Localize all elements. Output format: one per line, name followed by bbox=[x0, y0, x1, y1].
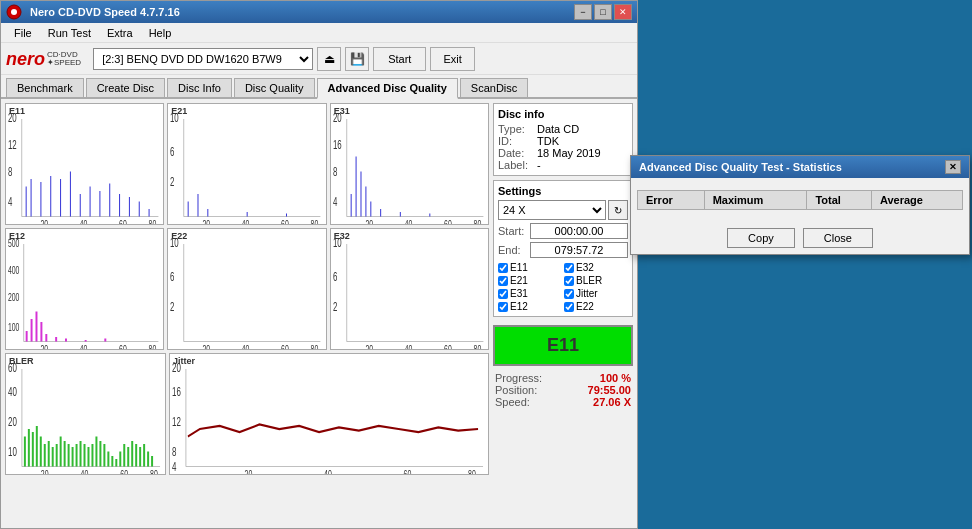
graph-e32: E32 10 6 2 20 40 60 80 bbox=[330, 228, 489, 350]
graph-bler-svg: 60 40 20 10 bbox=[6, 354, 165, 474]
drive-selector[interactable]: [2:3] BENQ DVD DD DW1620 B7W9 bbox=[93, 48, 313, 70]
disc-info-box: Disc info Type: Data CD ID: TDK Date: 18… bbox=[493, 103, 633, 176]
svg-rect-122 bbox=[107, 452, 109, 467]
disc-date-value: 18 May 2019 bbox=[537, 147, 601, 159]
tab-scandisc[interactable]: ScanDisc bbox=[460, 78, 528, 97]
cb-e31-input[interactable] bbox=[498, 289, 508, 299]
svg-text:80: 80 bbox=[473, 219, 481, 224]
svg-rect-9 bbox=[31, 179, 32, 217]
disc-label-label: Label: bbox=[498, 159, 533, 171]
cb-e11-input[interactable] bbox=[498, 263, 508, 273]
speed-selector[interactable]: 24 X bbox=[498, 200, 606, 220]
main-window: Nero CD-DVD Speed 4.7.7.16 − □ ✕ File Ru… bbox=[0, 0, 638, 529]
svg-rect-72 bbox=[104, 339, 106, 342]
svg-rect-53 bbox=[429, 214, 430, 217]
cb-e32-label: E32 bbox=[576, 262, 594, 273]
svg-rect-31 bbox=[188, 202, 189, 217]
svg-rect-14 bbox=[80, 194, 81, 217]
svg-rect-110 bbox=[60, 437, 62, 467]
menu-extra[interactable]: Extra bbox=[99, 25, 141, 41]
save-icon-button[interactable]: 💾 bbox=[345, 47, 369, 71]
cb-e12-input[interactable] bbox=[498, 302, 508, 312]
svg-rect-66 bbox=[35, 312, 37, 342]
svg-rect-111 bbox=[64, 441, 66, 467]
stats-close-button[interactable]: Close bbox=[803, 228, 873, 248]
minimize-button[interactable]: − bbox=[574, 4, 592, 20]
cb-e22-input[interactable] bbox=[564, 302, 574, 312]
cb-e32-input[interactable] bbox=[564, 263, 574, 273]
close-button[interactable]: ✕ bbox=[614, 4, 632, 20]
svg-text:80: 80 bbox=[150, 469, 158, 474]
svg-rect-103 bbox=[32, 432, 34, 467]
speed-refresh-button[interactable]: ↻ bbox=[608, 200, 628, 220]
svg-text:16: 16 bbox=[333, 138, 342, 151]
graph-e21: E21 10 6 2 20 bbox=[167, 103, 326, 225]
svg-text:80: 80 bbox=[149, 344, 157, 349]
col-error: Error bbox=[638, 191, 705, 210]
svg-rect-106 bbox=[44, 444, 46, 467]
start-label: Start: bbox=[498, 225, 528, 237]
svg-rect-48 bbox=[360, 172, 361, 217]
copy-button[interactable]: Copy bbox=[727, 228, 795, 248]
svg-rect-126 bbox=[123, 444, 125, 467]
exit-button[interactable]: Exit bbox=[430, 47, 474, 71]
svg-rect-47 bbox=[355, 157, 356, 217]
stats-close-icon[interactable]: ✕ bbox=[945, 160, 961, 174]
svg-text:20: 20 bbox=[203, 344, 211, 349]
start-button[interactable]: Start bbox=[373, 47, 426, 71]
tab-advanceddiscquality[interactable]: Advanced Disc Quality bbox=[317, 78, 458, 99]
menu-help[interactable]: Help bbox=[141, 25, 180, 41]
maximize-button[interactable]: □ bbox=[594, 4, 612, 20]
graph-bler: BLER 60 40 20 10 bbox=[5, 353, 166, 475]
cb-e22: E22 bbox=[564, 301, 628, 312]
svg-text:60: 60 bbox=[281, 344, 289, 349]
menu-runtest[interactable]: Run Test bbox=[40, 25, 99, 41]
svg-rect-71 bbox=[85, 340, 87, 342]
app-logo bbox=[6, 4, 22, 20]
eject-icon-button[interactable]: ⏏ bbox=[317, 47, 341, 71]
cdspeed-text: CD·DVD✦SPEED bbox=[47, 51, 81, 67]
window-title: Nero CD-DVD Speed 4.7.7.16 bbox=[30, 6, 574, 18]
cb-e21-input[interactable] bbox=[498, 276, 508, 286]
svg-rect-123 bbox=[111, 456, 113, 467]
position-label: Position: bbox=[495, 384, 537, 396]
graph-e32-label: E32 bbox=[334, 231, 350, 241]
svg-text:8: 8 bbox=[333, 165, 338, 178]
graph-e11-label: E11 bbox=[9, 106, 25, 116]
cb-e21: E21 bbox=[498, 275, 562, 286]
svg-text:80: 80 bbox=[473, 344, 481, 349]
graph-e32-svg: 10 6 2 20 40 60 80 bbox=[331, 229, 488, 349]
svg-rect-116 bbox=[84, 444, 86, 467]
svg-rect-124 bbox=[115, 459, 117, 467]
tab-createdisc[interactable]: Create Disc bbox=[86, 78, 165, 97]
svg-text:12: 12 bbox=[8, 138, 17, 151]
svg-text:400: 400 bbox=[8, 265, 20, 277]
cb-jitter-input[interactable] bbox=[564, 289, 574, 299]
speed-row: Speed: 27.06 X bbox=[495, 396, 631, 408]
disc-label-value: - bbox=[537, 159, 541, 171]
cb-e12-label: E12 bbox=[510, 301, 528, 312]
menu-file[interactable]: File bbox=[6, 25, 40, 41]
svg-rect-130 bbox=[139, 447, 141, 467]
svg-rect-12 bbox=[60, 179, 61, 217]
menubar: File Run Test Extra Help bbox=[1, 23, 637, 43]
svg-rect-33 bbox=[208, 209, 209, 217]
svg-rect-113 bbox=[72, 447, 74, 467]
tab-benchmark[interactable]: Benchmark bbox=[6, 78, 84, 97]
svg-text:20: 20 bbox=[40, 219, 48, 224]
graph-e31-label: E31 bbox=[334, 106, 350, 116]
stats-content: Error Maximum Total Average bbox=[631, 178, 969, 222]
settings-box: Settings 24 X ↻ Start: 000:00.00 End: 07… bbox=[493, 180, 633, 317]
cb-bler-input[interactable] bbox=[564, 276, 574, 286]
progress-value: 100 % bbox=[600, 372, 631, 384]
cb-e11: E11 bbox=[498, 262, 562, 273]
nero-logo: nero CD·DVD✦SPEED bbox=[6, 50, 81, 68]
svg-rect-108 bbox=[52, 447, 54, 467]
svg-rect-49 bbox=[365, 187, 366, 217]
tab-discinfo[interactable]: Disc Info bbox=[167, 78, 232, 97]
col-average: Average bbox=[871, 191, 962, 210]
cb-bler: BLER bbox=[564, 275, 628, 286]
tab-discquality[interactable]: Disc Quality bbox=[234, 78, 315, 97]
svg-text:20: 20 bbox=[8, 415, 17, 428]
graph-e21-svg: 10 6 2 20 40 bbox=[168, 104, 325, 224]
